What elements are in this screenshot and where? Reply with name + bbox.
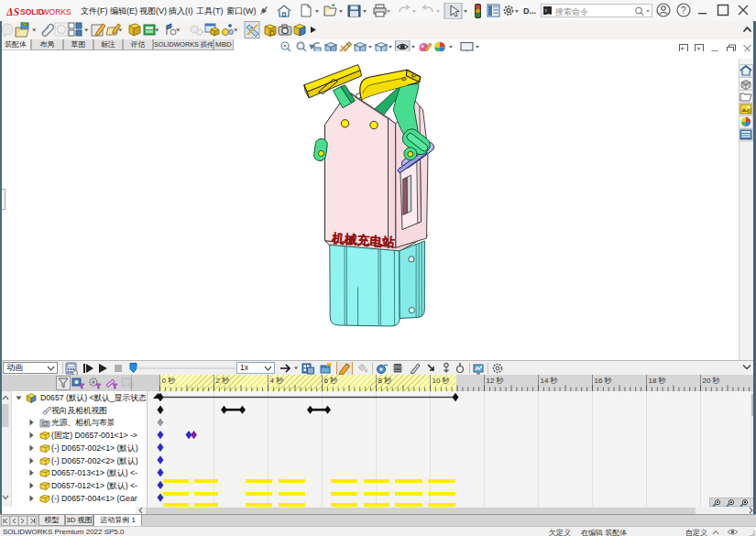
svg-text:8 秒: 8 秒 (378, 377, 392, 385)
svg-text:D...: D... (523, 6, 536, 16)
svg-text:WORKS: WORKS (42, 7, 71, 16)
svg-text:4 秒: 4 秒 (270, 377, 284, 385)
svg-text:12 秒: 12 秒 (487, 377, 504, 385)
svg-text:0 秒: 0 秒 (162, 377, 176, 385)
svg-text:16 秒: 16 秒 (595, 377, 612, 385)
svg-text:20 秒: 20 秒 (703, 377, 720, 385)
svg-text:SOLID: SOLID (20, 7, 44, 16)
svg-text:2 秒: 2 秒 (216, 377, 230, 385)
svg-text:?: ? (681, 5, 686, 16)
svg-text:ΔS: ΔS (6, 5, 20, 18)
svg-text:6 秒: 6 秒 (324, 377, 338, 385)
svg-text:14 秒: 14 秒 (541, 377, 558, 385)
svg-text:18 秒: 18 秒 (649, 377, 666, 385)
svg-text:10 秒: 10 秒 (433, 377, 450, 385)
